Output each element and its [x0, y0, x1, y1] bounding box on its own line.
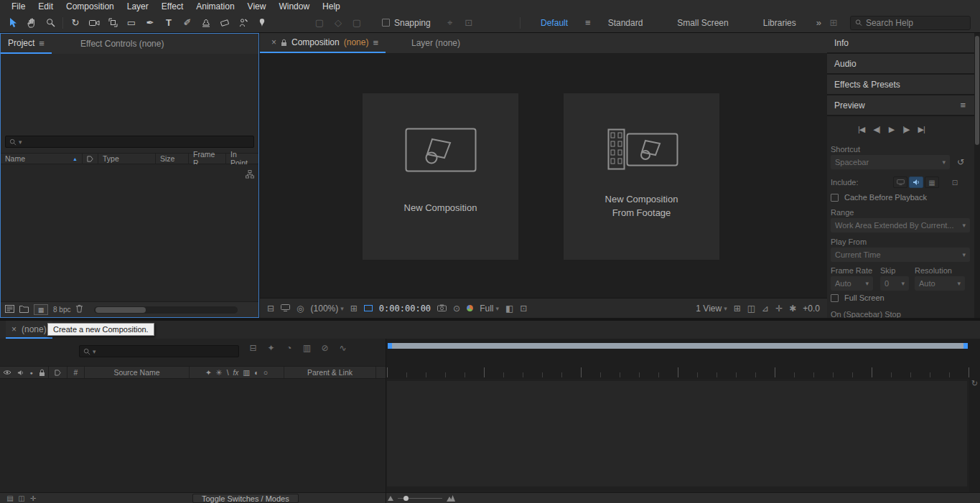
- draft-3d-icon[interactable]: ✦: [265, 343, 277, 353]
- workspace-libraries[interactable]: Libraries: [746, 18, 813, 28]
- render-preview-icon[interactable]: ⊡: [948, 177, 962, 188]
- layer-switches-column[interactable]: ✦ ✳ \ fx ▥ ◐ ○: [190, 367, 284, 378]
- exposure-value[interactable]: +0.0: [803, 304, 820, 314]
- cache-before-playback-checkbox[interactable]: [831, 194, 839, 202]
- reset-exposure-icon[interactable]: ✛: [775, 304, 783, 314]
- grid-guides-icon[interactable]: ⊞: [350, 304, 358, 314]
- expand-layer-switches-icon[interactable]: ▤: [4, 494, 16, 502]
- current-time-display[interactable]: 0:00:00:00: [379, 304, 431, 314]
- zoom-slider-knob[interactable]: [403, 496, 409, 501]
- composition-mini-flowchart-icon[interactable]: ⊟: [247, 343, 259, 353]
- view-layout-dropdown[interactable]: 1 View ▾: [696, 304, 727, 314]
- timeline-jump-icon[interactable]: ◫: [747, 304, 755, 314]
- panel-menu-icon[interactable]: ≡: [960, 100, 973, 111]
- workspace-small-screen[interactable]: Small Screen: [660, 18, 745, 28]
- cache-before-playback-row[interactable]: Cache Before Playback: [827, 193, 974, 202]
- interpret-footage-icon[interactable]: [5, 305, 14, 315]
- track-area[interactable]: [386, 379, 969, 492]
- last-frame-button[interactable]: ▶|: [918, 125, 924, 134]
- scrollbar-thumb[interactable]: [95, 307, 146, 313]
- graph-editor-icon[interactable]: ∿: [337, 343, 349, 353]
- tab-layer[interactable]: Layer (none): [404, 33, 467, 53]
- auto-zoom-icon[interactable]: ↻: [971, 379, 978, 387]
- puppet-pin-tool-icon[interactable]: [253, 14, 271, 32]
- column-name[interactable]: Name ▲: [1, 154, 83, 164]
- reset-icon[interactable]: ↺: [957, 157, 964, 167]
- tab-audio[interactable]: Audio: [827, 54, 980, 75]
- horizontal-scrollbar[interactable]: [94, 306, 238, 314]
- sort-ascending-icon[interactable]: ▲: [73, 156, 78, 161]
- eraser-tool-icon[interactable]: [215, 14, 234, 32]
- skip-dropdown[interactable]: 0 ▾: [880, 276, 909, 291]
- region-of-interest-icon[interactable]: [364, 305, 373, 311]
- workspace-default[interactable]: Default: [523, 18, 585, 28]
- brush-tool-icon[interactable]: ✐: [178, 14, 197, 32]
- zoom-tool-icon[interactable]: [41, 14, 60, 32]
- workspace-standard[interactable]: Standard: [591, 18, 661, 28]
- hand-tool-icon[interactable]: [22, 14, 41, 32]
- menu-window[interactable]: Window: [272, 0, 316, 13]
- zoom-out-frames-icon[interactable]: [388, 496, 393, 501]
- close-icon[interactable]: ×: [11, 324, 17, 334]
- selection-tool-icon[interactable]: [4, 14, 22, 32]
- new-composition-card[interactable]: New Composition: [363, 93, 518, 260]
- search-help-input[interactable]: [866, 18, 966, 28]
- project-search-input[interactable]: ▾: [5, 136, 254, 148]
- zoom-in-frames-icon[interactable]: [447, 495, 455, 502]
- menu-composition[interactable]: Composition: [60, 0, 121, 13]
- menu-view[interactable]: View: [241, 0, 273, 13]
- layer-number-column[interactable]: #: [67, 367, 85, 378]
- show-snapshot-icon[interactable]: ⊙: [453, 304, 460, 314]
- time-ruler[interactable]: [387, 362, 970, 377]
- new-folder-icon[interactable]: [19, 305, 29, 315]
- manage-workspaces-icon[interactable]: ⊞: [824, 14, 843, 32]
- close-icon[interactable]: ×: [271, 37, 276, 47]
- play-from-dropdown[interactable]: Current Time ▾: [831, 248, 970, 262]
- layer-list-area[interactable]: [0, 379, 386, 492]
- tab-effect-controls[interactable]: Effect Controls (none): [73, 34, 172, 54]
- panel-menu-icon[interactable]: ≡: [373, 37, 378, 48]
- work-area-end-handle[interactable]: [963, 343, 968, 349]
- tab-info[interactable]: Info: [827, 33, 980, 54]
- shape-tool-icon[interactable]: ▭: [122, 14, 141, 32]
- menu-animation[interactable]: Animation: [190, 0, 241, 13]
- work-area-bar[interactable]: [388, 343, 968, 349]
- include-audio-toggle[interactable]: [909, 177, 923, 188]
- mask-visibility-icon[interactable]: ◧: [505, 304, 513, 314]
- workspace-overflow-icon[interactable]: »: [813, 17, 824, 28]
- column-label-color[interactable]: [83, 154, 98, 164]
- menu-layer[interactable]: Layer: [121, 0, 155, 13]
- label-column[interactable]: [49, 367, 67, 378]
- motion-blur-icon[interactable]: ⊘: [319, 343, 331, 353]
- tab-preview[interactable]: Preview ≡: [827, 95, 980, 116]
- shortcut-dropdown[interactable]: Spacebar ▾: [831, 155, 950, 169]
- solo-icon[interactable]: ●: [29, 370, 32, 375]
- flowchart-view-icon[interactable]: ⊟: [267, 304, 274, 314]
- hide-shy-layers-icon[interactable]: ◔: [283, 343, 295, 353]
- lock-icon[interactable]: [281, 39, 287, 47]
- preview-region-icon[interactable]: ⊡: [520, 304, 527, 314]
- comp-flow-icon[interactable]: ⊿: [762, 304, 769, 314]
- pen-tool-icon[interactable]: ✒: [141, 14, 159, 32]
- source-name-column[interactable]: Source Name: [85, 367, 190, 378]
- magnification-dropdown[interactable]: (100%) ▾: [311, 304, 344, 314]
- next-frame-button[interactable]: |▶: [902, 125, 909, 134]
- channels-icon[interactable]: ◎: [297, 304, 304, 314]
- vertical-scrollbar[interactable]: [974, 33, 980, 318]
- column-frame-rate[interactable]: Frame R...: [189, 154, 226, 164]
- full-screen-checkbox[interactable]: [831, 294, 839, 302]
- workspace-menu-icon[interactable]: ≡: [585, 17, 591, 28]
- first-frame-button[interactable]: |◀: [858, 125, 864, 134]
- audio-icon[interactable]: [17, 370, 24, 376]
- column-in-point[interactable]: In Point: [226, 154, 258, 164]
- snap-box-icon[interactable]: ⊡: [459, 14, 478, 32]
- zoom-slider[interactable]: [398, 498, 442, 499]
- pan-behind-tool-icon[interactable]: [103, 14, 122, 32]
- timeline-vertical-scrollbar[interactable]: ↻: [969, 379, 980, 492]
- timeline-search-input[interactable]: ▾: [79, 345, 239, 357]
- column-size[interactable]: Size: [156, 154, 189, 164]
- lock-icon[interactable]: [39, 369, 45, 377]
- column-type[interactable]: Type: [98, 154, 156, 164]
- parent-link-column[interactable]: Parent & Link: [284, 367, 376, 378]
- panel-menu-icon[interactable]: ≡: [39, 38, 45, 49]
